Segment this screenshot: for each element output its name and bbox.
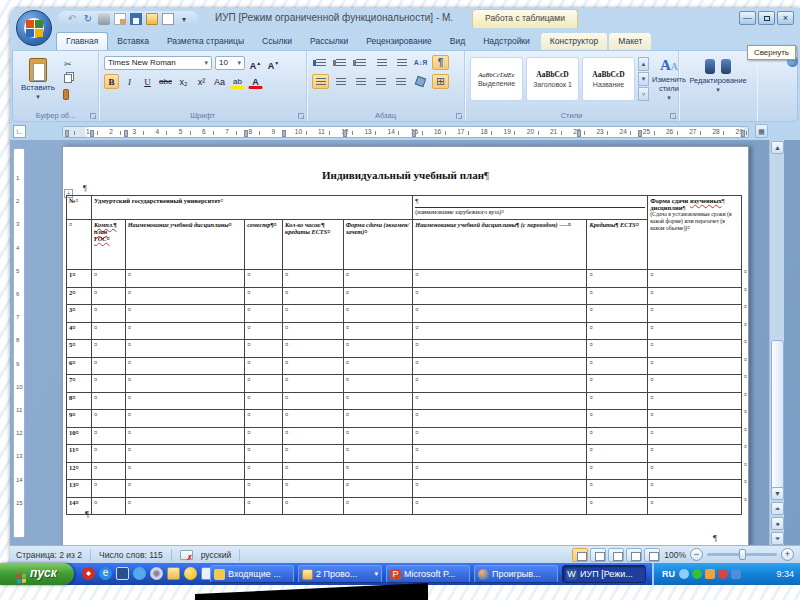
table-cell[interactable]: ¤ bbox=[245, 322, 283, 340]
table-cell[interactable]: ¤ bbox=[587, 340, 648, 358]
table-cell[interactable]: ¤ bbox=[343, 410, 413, 428]
table-cell[interactable]: ¤ bbox=[91, 462, 125, 480]
draft-icon[interactable] bbox=[644, 548, 660, 562]
numbering-button[interactable] bbox=[332, 55, 349, 70]
document-title[interactable]: Индивидуальный учебный план¶ bbox=[63, 169, 748, 181]
header-cell-university[interactable]: Удмуртский государственный университет¤ bbox=[91, 196, 412, 220]
outline-icon[interactable] bbox=[626, 548, 642, 562]
editing-group[interactable]: Редактирование ▾ bbox=[679, 51, 757, 121]
table-cell[interactable]: ¤ bbox=[343, 375, 413, 393]
clock[interactable]: 9:34 bbox=[776, 569, 794, 579]
table-cell[interactable]: ¤ bbox=[245, 410, 283, 428]
taskbar-button-5[interactable]: ИУП [Режи... bbox=[562, 565, 646, 583]
table-cell[interactable]: ¤ bbox=[91, 497, 125, 515]
language-indicator[interactable]: русский bbox=[201, 550, 232, 560]
row-number-cell[interactable]: 10¤ bbox=[67, 427, 92, 445]
table-cell[interactable]: ¤ bbox=[587, 322, 648, 340]
ribbon-tab-3[interactable]: Разметка страницы bbox=[158, 33, 253, 50]
language-badge[interactable]: RU bbox=[662, 569, 675, 579]
table-cell[interactable]: ¤ bbox=[125, 410, 244, 428]
table-cell[interactable]: ¤ bbox=[282, 480, 343, 498]
table-cell[interactable]: ¤ bbox=[413, 497, 587, 515]
header-cell[interactable]: Компл.¶ план ГОС¤ bbox=[91, 220, 125, 270]
table-cell[interactable]: ¤ bbox=[587, 410, 648, 428]
table-cell[interactable]: ¤ bbox=[282, 270, 343, 288]
shading-button[interactable] bbox=[412, 74, 429, 89]
table-cell[interactable]: ¤ bbox=[245, 270, 283, 288]
table-cell[interactable]: ¤ bbox=[648, 497, 742, 515]
undo-icon[interactable] bbox=[66, 13, 78, 25]
table-cell[interactable]: ¤ bbox=[125, 305, 244, 323]
table-cell[interactable]: ¤ bbox=[125, 357, 244, 375]
qat-customize-icon[interactable] bbox=[178, 13, 190, 25]
row-number-cell[interactable]: 4¤ bbox=[67, 322, 92, 340]
opera-icon[interactable] bbox=[82, 567, 95, 580]
table-cell[interactable]: ¤ bbox=[343, 462, 413, 480]
styles-down-icon[interactable]: ▼ bbox=[638, 72, 649, 86]
table-cell[interactable]: ¤ bbox=[125, 340, 244, 358]
table-cell[interactable]: ¤ bbox=[245, 462, 283, 480]
vertical-scrollbar[interactable]: ▲ ▼ ⏶ ● ⏷ bbox=[769, 140, 784, 545]
proofing-status-icon[interactable] bbox=[180, 550, 193, 560]
table-cell[interactable]: ¤ bbox=[125, 322, 244, 340]
table-cell[interactable]: ¤ bbox=[245, 375, 283, 393]
table-cell[interactable]: ¤ bbox=[648, 427, 742, 445]
header-cell-foreign-university[interactable]: ¶ (наименование зарубежного вуза)¤ bbox=[413, 196, 648, 220]
header-cell[interactable]: Форма сдачи (экзамен/зачет)¤ bbox=[343, 220, 413, 270]
dialog-launcher-icon[interactable] bbox=[670, 113, 676, 119]
header-cell-form-of-completion[interactable]: Форма сдачи изученных¶ дисциплин¶ (Сдача… bbox=[648, 196, 742, 270]
table-cell[interactable]: ¤ bbox=[413, 375, 587, 393]
table-cell[interactable]: ¤ bbox=[282, 340, 343, 358]
horizontal-ruler[interactable]: 1234567891011121314151617181920212223242… bbox=[62, 126, 749, 138]
table-cell[interactable]: ¤ bbox=[413, 340, 587, 358]
cut-button[interactable]: ✂ bbox=[62, 58, 92, 72]
sort-button[interactable]: А↓Я bbox=[412, 55, 429, 70]
table-cell[interactable]: ¤ bbox=[125, 287, 244, 305]
table-cell[interactable]: ¤ bbox=[343, 480, 413, 498]
column-marker-icon[interactable] bbox=[282, 130, 286, 137]
quickedit-icon[interactable] bbox=[114, 13, 126, 25]
page-indicator[interactable]: Страница: 2 из 2 bbox=[16, 550, 82, 560]
header-cell-number[interactable]: №¤ bbox=[67, 196, 92, 220]
taskbar-button-2[interactable]: 2 Прово...▾ bbox=[298, 565, 382, 583]
table-cell[interactable]: ¤ bbox=[125, 462, 244, 480]
office-button[interactable] bbox=[16, 10, 52, 46]
table-cell[interactable]: ¤ bbox=[91, 375, 125, 393]
header-cell[interactable]: Кредиты¶ ECTS¤ bbox=[587, 220, 648, 270]
paste-button[interactable]: Вставить▾ bbox=[18, 55, 58, 107]
table-cell[interactable]: ¤ bbox=[91, 357, 125, 375]
style-card-2[interactable]: AaBbCcDЗаголовок 1 bbox=[526, 57, 579, 101]
table-cell[interactable]: ¤ bbox=[125, 427, 244, 445]
table-cell[interactable]: ¤ bbox=[125, 392, 244, 410]
table-cell[interactable]: ¤ bbox=[413, 445, 587, 463]
font-name-combo[interactable]: Times New Roman▾ bbox=[104, 56, 212, 70]
table-cell[interactable]: ¤ bbox=[245, 305, 283, 323]
table-cell[interactable]: ¤ bbox=[413, 305, 587, 323]
table-cell[interactable]: ¤ bbox=[413, 270, 587, 288]
volume-icon[interactable] bbox=[731, 569, 741, 579]
table-cell[interactable]: ¤ bbox=[125, 375, 244, 393]
superscript-button[interactable]: x² bbox=[194, 74, 209, 89]
grow-font-button[interactable]: A▲ bbox=[248, 55, 263, 70]
table-cell[interactable]: ¤ bbox=[587, 480, 648, 498]
table-cell[interactable]: ¤ bbox=[282, 357, 343, 375]
table-cell[interactable]: ¤ bbox=[245, 497, 283, 515]
table-cell[interactable]: ¤ bbox=[413, 392, 587, 410]
column-marker-icon[interactable] bbox=[638, 130, 642, 137]
column-marker-icon[interactable] bbox=[90, 130, 94, 137]
zoom-in-button[interactable]: + bbox=[781, 548, 794, 561]
header-cell[interactable]: Наименование учебной дисциплины¶ (с пере… bbox=[413, 220, 587, 270]
table-cell[interactable]: ¤ bbox=[587, 270, 648, 288]
row-number-cell[interactable]: 6¤ bbox=[67, 357, 92, 375]
taskbar-button-3[interactable]: Microsoft P... bbox=[386, 565, 470, 583]
restore-button[interactable] bbox=[758, 11, 775, 25]
table-cell[interactable]: ¤ bbox=[282, 445, 343, 463]
header-cell[interactable]: Наименование учебной дисциплины¤ bbox=[125, 220, 244, 270]
column-marker-icon[interactable] bbox=[577, 130, 581, 137]
taskbar-button-4[interactable]: Проигрыв... bbox=[474, 565, 558, 583]
table-cell[interactable]: ¤ bbox=[282, 497, 343, 515]
desktop-icon[interactable] bbox=[116, 567, 129, 580]
taskbar-button-1[interactable]: Входящие ... bbox=[210, 565, 294, 583]
folder-ql-icon[interactable] bbox=[167, 567, 180, 580]
zoom-slider-thumb[interactable] bbox=[739, 549, 746, 560]
